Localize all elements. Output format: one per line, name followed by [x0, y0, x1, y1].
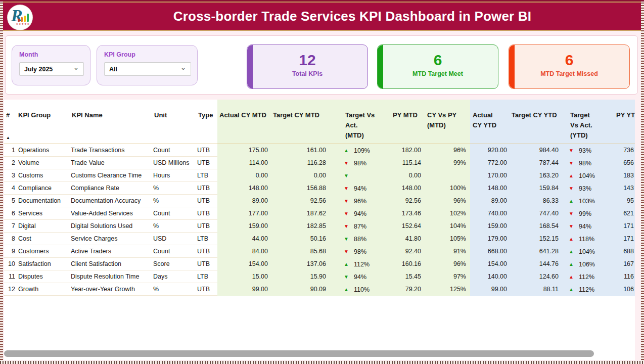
column-header-label: Type — [198, 111, 213, 119]
cell-value: 98% — [354, 157, 366, 169]
table-row[interactable]: 5DocumentationDocumentation Accuracy%UTB… — [4, 195, 635, 207]
cell-type: UTB — [196, 283, 217, 296]
table-row[interactable]: 4ComplianceCompliance Rate%UTB148.00156.… — [4, 182, 635, 195]
table-row[interactable]: 12GrowthYear-over-Year Growth%UTB99.0090… — [4, 283, 635, 296]
cell-value: 110% — [354, 284, 370, 296]
cell-tva_mtd: ▼94% — [329, 182, 392, 195]
cell-name: Compliance Rate — [70, 182, 152, 195]
cell-actual_mtd: 148.00 — [217, 182, 269, 195]
cell-value: 109% — [354, 145, 370, 157]
cell-num: 2 — [4, 157, 16, 169]
card-accent-bar — [247, 45, 253, 88]
cell-unit: USD — [152, 233, 196, 245]
cell-target_ytd: 641.28 — [509, 245, 560, 258]
cell-tva_mtd: ▼88% — [329, 233, 392, 245]
mtd-target-meet-label: MTD Target Meet — [378, 70, 498, 77]
cell-actual_mtd: 0.00 — [217, 169, 269, 182]
cell-target_mtd: 90.09 — [269, 283, 329, 296]
cell-unit: % — [152, 182, 196, 195]
cell-tva_mtd: ▼ — [329, 169, 392, 182]
horizontal-scrollbar[interactable] — [4, 350, 594, 357]
column-header-py_mtd[interactable]: PY MTD — [392, 100, 423, 144]
cell-py_ytd: 688 — [615, 245, 635, 258]
cell-num: 1 — [4, 144, 16, 157]
table-row[interactable]: 11DisputesDispute Resolution TimeDaysLTB… — [4, 270, 635, 283]
cell-group: Volume — [16, 157, 70, 169]
column-header-actual_ytd[interactable]: Actual CY YTD — [470, 100, 509, 144]
table-row[interactable]: 9CustomersActive TradersCountUTB84.0085.… — [4, 245, 635, 258]
cell-actual_mtd: 89.00 — [217, 195, 269, 207]
table-row[interactable]: 6ServicesValue-Added ServicesCountUTB177… — [4, 207, 635, 220]
cell-unit: USD Millions — [152, 157, 196, 169]
kpi-group-filter: KPI Group All ⌄ — [97, 45, 198, 85]
table-row[interactable]: 10SatisfactionClient SatisfactionScoreUT… — [4, 258, 635, 270]
cell-num: 5 — [4, 195, 16, 207]
cell-tva_mtd: ▲109% — [329, 144, 392, 157]
page-title: Cross-border Trade Services KPI Dashboar… — [2, 9, 642, 24]
cell-tva_mtd: ▲112% — [329, 258, 392, 270]
cell-num: 11 — [4, 270, 16, 283]
month-dropdown[interactable]: July 2025 ⌄ — [19, 62, 84, 76]
table-row[interactable]: 7DigitalDigital Solutions Used%UTB159.00… — [4, 220, 635, 233]
column-header-label: CY Vs PY (MTD) — [427, 111, 456, 129]
column-header-cy_vs_py_mtd[interactable]: CY Vs PY (MTD) — [423, 100, 470, 144]
column-header-target_ytd[interactable]: Target CY YTD — [509, 100, 560, 144]
cell-actual_mtd: 84.00 — [217, 245, 269, 258]
cell-unit: % — [152, 195, 196, 207]
cell-type: UTB — [196, 220, 217, 233]
cell-cy_vs_py_mtd: 102% — [423, 207, 470, 220]
column-header-num[interactable]: #▲ — [4, 100, 16, 144]
cell-cy_vs_py_mtd: 125% — [423, 283, 470, 296]
cell-target_ytd: 86.33 — [509, 195, 560, 207]
page-border-right — [641, 0, 644, 364]
cell-cy_vs_py_mtd: 105% — [423, 233, 470, 245]
cell-actual_ytd: 668.00 — [470, 245, 509, 258]
cell-value: 94% — [579, 220, 591, 233]
cell-py_mtd: 92.40 — [392, 245, 423, 258]
table-row[interactable]: 8CostService ChargesUSDLTB44.0050.16▼88%… — [4, 233, 635, 245]
cell-group: Satisfaction — [16, 258, 70, 270]
title-bar: R ★★★★★ Cross-border Trade Services KPI … — [2, 2, 642, 31]
cell-py_mtd: 173.46 — [392, 207, 423, 220]
cell-name: Active Traders — [70, 245, 152, 258]
table-row[interactable]: 2VolumeTrade ValueUSD MillionsUTB114.001… — [4, 157, 635, 169]
cell-unit: % — [152, 220, 196, 233]
cell-py_ytd: 736 — [615, 144, 635, 157]
table-row[interactable]: 3CustomsCustoms Clearance TimeHoursLTB0.… — [4, 169, 635, 182]
cell-target_mtd: 92.56 — [269, 195, 329, 207]
kpi-group-dropdown[interactable]: All ⌄ — [104, 62, 191, 76]
column-header-type[interactable]: Type — [196, 100, 217, 144]
cell-unit: Count — [152, 245, 196, 258]
column-header-label: Target CY MTD — [273, 111, 319, 119]
column-header-actual_mtd[interactable]: Actual CY MTD — [217, 100, 269, 144]
cell-actual_mtd: 44.00 — [217, 233, 269, 245]
cell-py_mtd: 160.16 — [392, 258, 423, 270]
cell-actual_mtd: 154.00 — [217, 258, 269, 270]
sort-ascending-icon: ▲ — [6, 136, 10, 140]
column-header-label: Target Vs Act. (MTD) — [345, 110, 377, 141]
cell-py_ytd: 106 — [615, 283, 635, 296]
table-row[interactable]: 1OperationsTrade TransactionsCountUTB175… — [4, 144, 635, 157]
column-header-name[interactable]: KPI Name — [70, 100, 152, 144]
cell-value: 112% — [354, 258, 370, 270]
cell-target_mtd: 0.00 — [269, 169, 329, 182]
cell-target_ytd: 124.60 — [509, 270, 560, 283]
column-header-target_mtd[interactable]: Target CY MTD — [269, 100, 329, 144]
column-header-tva_ytd[interactable]: Target Vs Act. (YTD) — [560, 100, 615, 144]
kpi-group-dropdown-value: All — [109, 66, 117, 73]
cell-actual_ytd: 170.00 — [470, 169, 509, 182]
column-header-group[interactable]: KPI Group — [16, 100, 70, 144]
cell-target_ytd: 152.15 — [509, 233, 560, 245]
cell-group: Digital — [16, 220, 70, 233]
column-header-unit[interactable]: Unit — [152, 100, 196, 144]
chevron-down-icon: ⌄ — [73, 65, 79, 70]
cell-tva_ytd: ▲104% — [560, 245, 615, 258]
page-border-left — [0, 0, 3, 364]
column-header-label: # — [6, 111, 10, 119]
cell-name: Trade Transactions — [70, 144, 152, 157]
cell-target_ytd: 747.40 — [509, 207, 560, 220]
cell-target_ytd: 168.54 — [509, 220, 560, 233]
cell-py_mtd: 148.00 — [392, 182, 423, 195]
column-header-tva_mtd[interactable]: Target Vs Act. (MTD) — [329, 100, 392, 144]
column-header-py_ytd[interactable]: PY YTD — [615, 100, 635, 144]
